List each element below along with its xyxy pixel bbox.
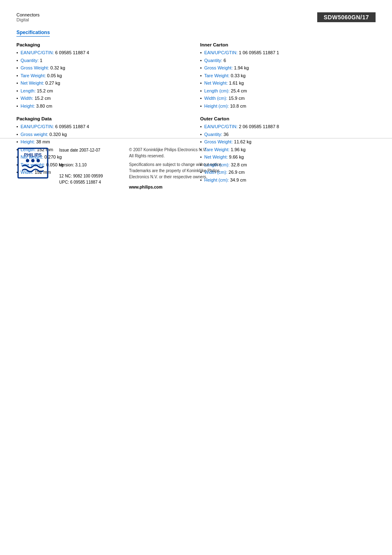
spec-value: 0.320 kg [49,132,67,137]
spec-label: Quantity: [21,58,40,63]
spec-label: Length: [21,88,37,93]
spec-label: EAN/UPC/GTIN: [204,124,239,129]
spec-label: Quantity: [204,132,224,137]
footer-info: Issue date 2007-12-07 Version: 3.1.10 12… [59,147,376,190]
spec-label: Gross Weight: [204,65,234,70]
packaging-title: Packaging [16,42,188,47]
spec-label: Width (cm): [204,96,228,101]
inner-carton-section: Inner Carton EAN/UPC/GTIN: 1 06 09585 11… [200,42,376,110]
copyright-text: © 2007 Koninklijke Philips Electronics N… [129,147,376,159]
spec-value: 0.32 kg [51,65,65,70]
list-item: Tare Weight: 0.33 kg [200,72,376,80]
website-link[interactable]: www.philips.com [129,184,376,190]
packaging-section: Packaging EAN/UPC/GTIN: 6 09585 11887 4 … [16,42,188,110]
footer-dates: Issue date 2007-12-07 Version: 3.1.10 [59,147,121,169]
footer-left: Issue date 2007-12-07 Version: 3.1.10 12… [59,147,121,185]
spec-value: 1.94 kg [234,65,249,70]
spec-label: Quantity: [204,58,224,63]
spec-value: 25.4 cm [231,88,247,93]
spec-value: 1 06 09585 11887 1 [239,50,279,55]
spec-value: 36 [224,132,228,137]
spec-label: Length (cm): [204,88,231,93]
spec-label: Gross weight: [21,132,49,137]
list-item: Height: 3.80 cm [16,102,188,110]
list-item: EAN/UPC/GTIN: 2 06 09585 11887 8 [200,123,376,131]
philips-logo: PHILIPS [16,147,49,180]
packaging-data-title: Packaging Data [16,116,188,121]
spec-label: Height (cm): [204,104,230,108]
list-item: Tare Weight: 0.05 kg [16,72,188,80]
spec-value: 2 06 09585 11887 8 [239,124,279,129]
list-item: Height (cm): 10.8 cm [200,102,376,110]
spec-value: 15.2 cm [35,96,51,101]
outer-carton-title: Outer Carton [200,116,376,121]
spec-label: Gross Weight: [21,65,51,70]
spec-label: Width: [21,96,35,101]
list-item: Width (cm): 15.9 cm [200,94,376,102]
header: Connectors Digital SDW5060GN/17 [16,12,376,22]
disclaimer-text: Specifications are subject to change wit… [129,161,376,180]
spec-value: 15.2 cm [37,88,53,93]
list-item: Quantity: 36 [200,131,376,138]
svg-point-4 [37,159,40,162]
svg-point-3 [31,159,35,162]
svg-point-2 [26,159,29,162]
spec-value: 3.80 cm [36,104,52,108]
spec-label: Tare Weight: [21,73,47,78]
list-item: Width: 15.2 cm [16,94,188,102]
footer-nc-upc: 12 NC: 9082 100 09599 UPC: 6 09585 11887… [59,173,121,185]
spec-value: 15.9 cm [228,96,244,101]
inner-carton-title: Inner Carton [200,42,376,47]
spec-value: 6 09585 11887 4 [55,124,89,129]
list-item: EAN/UPC/GTIN: 6 09585 11887 4 [16,123,188,131]
spec-value: 1.61 kg [229,81,244,85]
spec-label: EAN/UPC/GTIN: [21,50,55,55]
list-item: Gross weight: 0.320 kg [16,131,188,138]
product-id-box: SDW5060GN/17 [317,12,376,22]
spec-value: 0.27 kg [45,81,60,85]
version: Version: 3.1.10 [59,161,121,169]
spec-value: 6 [224,58,226,63]
spec-value: 10.8 cm [230,104,246,108]
list-item: Net Weight: 1.61 kg [200,79,376,87]
spec-value: 6 09585 11887 4 [55,50,89,55]
page: Connectors Digital SDW5060GN/17 Specific… [0,0,392,198]
list-item: EAN/UPC/GTIN: 6 09585 11887 4 [16,49,188,57]
list-item: Length (cm): 25.4 cm [200,87,376,95]
spec-value: 0.05 kg [47,73,62,78]
list-item: Gross Weight: 1.94 kg [200,64,376,72]
spec-value: 1 [40,58,42,63]
list-item: Length: 15.2 cm [16,87,188,95]
footer: PHILIPS Issue date 2007-12-07 Version: 3… [0,138,392,198]
packaging-list: EAN/UPC/GTIN: 6 09585 11887 4 Quantity: … [16,49,188,110]
spec-label: Height: [21,104,36,108]
inner-carton-list: EAN/UPC/GTIN: 1 06 09585 11887 1 Quantit… [200,49,376,110]
list-item: Quantity: 1 [16,57,188,64]
category-block: Connectors Digital [16,12,39,22]
specs-heading: Specifications [16,30,50,37]
list-item: Net Weight: 0.27 kg [16,79,188,87]
spec-label: Tare Weight: [204,73,231,78]
spec-label: EAN/UPC/GTIN: [204,50,239,55]
footer-right: © 2007 Koninklijke Philips Electronics N… [129,147,376,190]
spec-label: Net Weight: [21,81,45,85]
list-item: Gross Weight: 0.32 kg [16,64,188,72]
list-item: Quantity: 6 [200,57,376,64]
issue-date: Issue date 2007-12-07 [59,147,121,154]
svg-text:PHILIPS: PHILIPS [24,152,42,157]
list-item: EAN/UPC/GTIN: 1 06 09585 11887 1 [200,49,376,57]
spec-label: Net Weight: [204,81,229,85]
spec-label: EAN/UPC/GTIN: [21,124,55,129]
category-subtitle: Digital [16,17,39,22]
spec-value: 0.33 kg [231,73,246,78]
category-title: Connectors [16,12,39,17]
